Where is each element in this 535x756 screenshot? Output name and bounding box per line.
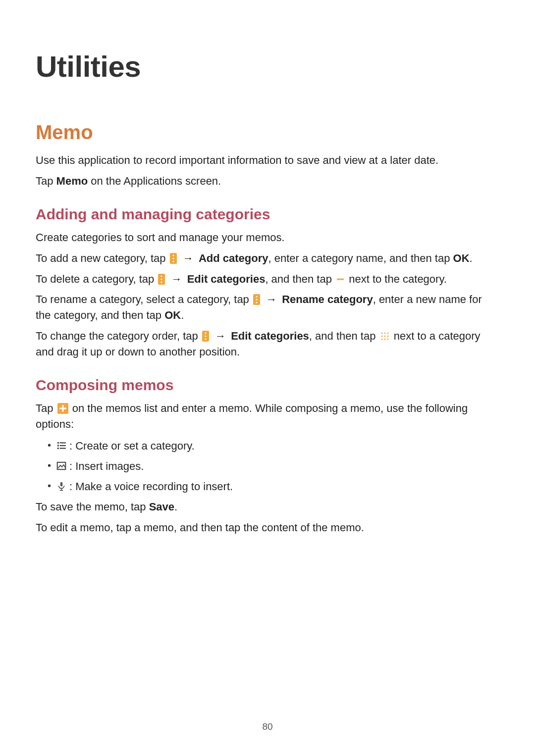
svg-point-8	[256, 299, 257, 301]
arrow-icon: →	[266, 292, 277, 307]
svg-rect-31	[60, 482, 62, 487]
categories-p1: Create categories to sort and manage you…	[36, 230, 499, 246]
svg-rect-6	[337, 278, 344, 280]
svg-point-21	[387, 339, 388, 340]
text-fragment: To save the memo, tap	[36, 501, 149, 513]
arrow-icon: →	[215, 328, 226, 344]
image-icon	[56, 461, 66, 471]
composing-p2: To save the memo, tap Save.	[36, 499, 499, 515]
svg-point-7	[256, 296, 257, 298]
categories-p3: To delete a category, tap → Edit categor…	[36, 271, 499, 287]
bold-save: Save	[149, 501, 174, 513]
svg-point-3	[161, 275, 162, 277]
bold-edit-categories: Edit categories	[231, 330, 309, 342]
svg-point-19	[381, 339, 382, 340]
svg-point-26	[57, 445, 59, 447]
svg-point-2	[172, 260, 174, 262]
text-fragment: Tap	[36, 175, 56, 187]
text-fragment: To delete a category, tap	[36, 273, 157, 285]
document-page: Utilities Memo Use this application to r…	[0, 0, 535, 756]
bold-ok: OK	[164, 309, 181, 321]
bold-rename-category: Rename category	[282, 293, 373, 305]
page-number: 80	[0, 721, 535, 732]
svg-point-9	[256, 302, 257, 303]
text-fragment: on the Applications screen.	[88, 175, 221, 187]
subheading-composing: Composing memos	[36, 377, 499, 394]
composing-p3: To edit a memo, tap a memo, and then tap…	[36, 520, 499, 536]
list-item: : Create or set a category.	[45, 437, 499, 454]
svg-point-11	[205, 336, 206, 337]
svg-point-5	[161, 281, 162, 283]
text-fragment: , and then tap	[309, 330, 379, 342]
svg-point-15	[387, 333, 388, 334]
subheading-categories: Adding and managing categories	[36, 206, 499, 223]
minus-icon	[336, 275, 345, 284]
svg-point-12	[205, 339, 206, 340]
memo-intro-2: Tap Memo on the Applications screen.	[36, 173, 499, 189]
bold-add-category: Add category	[199, 252, 268, 264]
svg-point-24	[57, 442, 59, 444]
page-title: Utilities	[36, 50, 499, 84]
arrow-icon: →	[171, 271, 182, 287]
arrow-icon: →	[183, 251, 194, 266]
list-item: : Insert images.	[45, 457, 499, 475]
svg-rect-29	[60, 448, 66, 449]
section-heading-memo: Memo	[36, 121, 499, 144]
text-fragment: .	[181, 309, 184, 321]
composing-bullet-list: : Create or set a category. : Insert ima…	[36, 437, 499, 496]
svg-point-28	[57, 448, 59, 450]
categories-p2: To add a new category, tap → Add categor…	[36, 251, 499, 266]
category-list-icon	[56, 441, 66, 451]
bullet-text: : Insert images.	[69, 460, 144, 472]
more-menu-icon	[202, 331, 209, 342]
svg-point-18	[387, 336, 388, 337]
svg-point-1	[172, 257, 174, 259]
bold-memo: Memo	[56, 175, 88, 187]
bullet-text: : Make a voice recording to insert.	[69, 480, 233, 493]
svg-point-14	[384, 333, 385, 334]
more-menu-icon	[170, 253, 177, 264]
svg-rect-27	[60, 445, 66, 446]
text-fragment: To rename a category, select a category,…	[36, 293, 252, 305]
svg-rect-25	[60, 442, 66, 443]
text-fragment: To add a new category, tap	[36, 252, 169, 264]
list-item: : Make a voice recording to insert.	[45, 478, 499, 495]
svg-point-16	[381, 336, 382, 337]
svg-point-20	[384, 339, 385, 340]
plus-icon	[57, 403, 68, 414]
text-fragment: , and then tap	[265, 273, 335, 285]
text-fragment: Tap	[36, 402, 56, 414]
text-fragment: .	[174, 501, 177, 513]
microphone-icon	[56, 481, 66, 491]
memo-intro-1: Use this application to record important…	[36, 152, 499, 168]
svg-point-13	[381, 333, 382, 334]
text-fragment: on the memos list and enter a memo. Whil…	[36, 402, 468, 430]
svg-rect-23	[59, 408, 66, 409]
text-fragment: To change the category order, tap	[36, 330, 201, 342]
categories-p5: To change the category order, tap → Edit…	[36, 328, 499, 360]
text-fragment: .	[470, 252, 473, 264]
more-menu-icon	[158, 274, 165, 285]
composing-p1: Tap on the memos list and enter a memo. …	[36, 401, 499, 432]
svg-point-17	[384, 336, 385, 337]
svg-point-4	[161, 278, 162, 280]
categories-p4: To rename a category, select a category,…	[36, 292, 499, 323]
more-menu-icon	[253, 294, 260, 305]
bold-ok: OK	[453, 252, 470, 264]
text-fragment: , enter a category name, and then tap	[268, 252, 453, 264]
svg-point-10	[205, 333, 206, 334]
svg-point-0	[172, 254, 174, 256]
bold-edit-categories: Edit categories	[187, 273, 266, 285]
text-fragment: next to the category.	[349, 273, 447, 285]
drag-grid-icon	[380, 331, 390, 341]
bullet-text: : Create or set a category.	[69, 440, 195, 452]
